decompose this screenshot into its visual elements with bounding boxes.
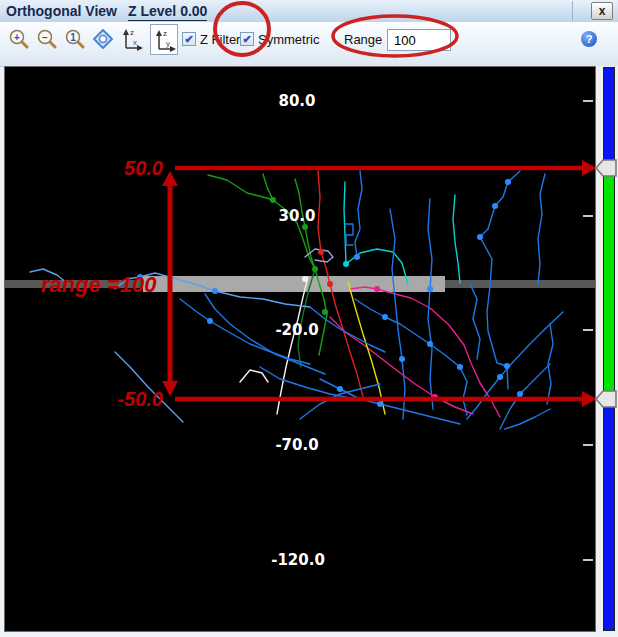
svg-text:-70.0: -70.0 (275, 436, 318, 454)
z-level-label: Z Level 0.00 (128, 3, 207, 21)
svg-text:50.0: 50.0 (124, 157, 163, 179)
svg-text:30.0: 30.0 (278, 207, 315, 225)
lower-range-handle[interactable] (595, 390, 617, 408)
range-input[interactable] (387, 29, 451, 51)
slider-range-segment (604, 168, 614, 399)
pan-icon[interactable] (92, 28, 116, 52)
close-button[interactable]: x (591, 2, 613, 20)
check-icon: ✔ (242, 33, 251, 45)
symmetric-label: Symmetric (258, 32, 319, 47)
check-icon: ✔ (184, 33, 193, 45)
window-title: Orthogonal View (6, 3, 117, 19)
svg-text:80.0: 80.0 (278, 92, 315, 110)
svg-text:-120.0: -120.0 (271, 551, 325, 569)
neuron-tracing-view: 80.030.0-20.0-70.0-120.050.0-50.0range =… (5, 67, 595, 631)
symmetric-checkbox[interactable]: ✔ (240, 32, 254, 46)
upper-range-handle[interactable] (595, 159, 617, 177)
svg-text:-20.0: -20.0 (275, 321, 318, 339)
z-slider-bar[interactable] (603, 67, 615, 631)
svg-text:range =100: range =100 (41, 272, 157, 297)
zoom-in-icon[interactable]: + (8, 28, 32, 52)
title-bar: Orthogonal View Z Level 0.00 x (0, 0, 618, 23)
help-icon[interactable]: ? (581, 31, 597, 47)
view-zx-icon[interactable]: z x (118, 24, 146, 55)
z-filter-label: Z Filter (200, 32, 240, 47)
range-label: Range (344, 32, 382, 47)
zoom-actual-icon[interactable]: 1 (64, 28, 88, 52)
slider-bottom-segment (604, 399, 614, 630)
svg-text:−: − (42, 32, 48, 43)
svg-text:-50.0: -50.0 (117, 388, 163, 410)
titlebar-separator (572, 1, 573, 21)
zoom-out-icon[interactable]: − (36, 28, 60, 52)
slider-top-segment (604, 68, 614, 168)
svg-text:x: x (133, 38, 137, 47)
svg-text:z: z (130, 28, 134, 37)
svg-text:y: y (166, 39, 170, 48)
toolbar: + − 1 z x z y ✔ Z Filter ✔ Symmetric Ran… (0, 22, 618, 67)
svg-text:+: + (14, 32, 20, 43)
view-zy-icon[interactable]: z y (150, 24, 178, 55)
orthogonal-view-canvas[interactable]: 80.030.0-20.0-70.0-120.050.0-50.0range =… (4, 66, 596, 632)
z-filter-checkbox[interactable]: ✔ (182, 32, 196, 46)
svg-text:z: z (163, 29, 167, 38)
svg-text:1: 1 (70, 32, 76, 43)
